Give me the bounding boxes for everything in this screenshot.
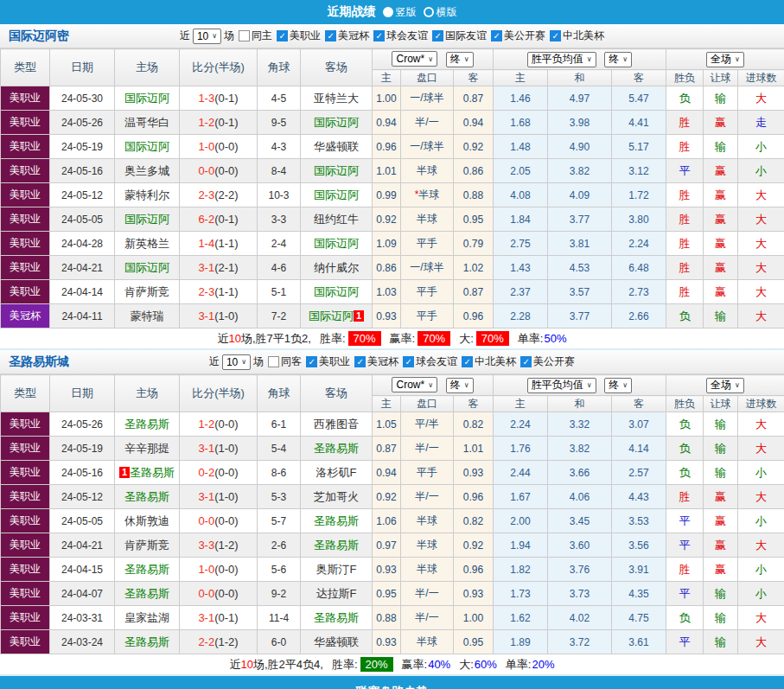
result-goals: 大 (738, 304, 784, 329)
team-name-text: 新英格兰 (124, 237, 169, 250)
fulltime-select[interactable]: 全场∨ (706, 52, 744, 67)
league-filter[interactable]: ✓中北美杯 (462, 354, 516, 369)
result-wdl: 负 (666, 304, 704, 329)
away-team[interactable]: 华盛顿联 (301, 135, 373, 159)
league-filter[interactable]: ✓美公开赛 (491, 29, 545, 43)
team-name-text: 温哥华白 (124, 116, 169, 129)
handicap-line: 半球 (401, 558, 454, 582)
same-venue-filter[interactable]: 同主 (239, 29, 272, 43)
home-team[interactable]: 肯萨斯竞 (115, 533, 180, 558)
radio-unselected-icon (424, 7, 434, 17)
chevron-down-icon: ∨ (428, 381, 433, 389)
handicap-line: 半球 (401, 207, 454, 232)
home-team[interactable]: 圣路易斯 (115, 412, 180, 437)
result-goals: 小 (738, 159, 784, 183)
away-team[interactable]: 亚特兰大 (301, 86, 373, 111)
odds-company-select[interactable]: Crow*∨ (392, 51, 437, 67)
checkbox-checked-icon: ✓ (432, 30, 443, 41)
avg-select[interactable]: 胜平负均值∨ (527, 52, 596, 67)
home-team[interactable]: 国际迈阿 (115, 207, 180, 232)
avg-time-select[interactable]: 终∨ (604, 52, 632, 67)
away-team[interactable]: 洛杉矶F (301, 461, 373, 485)
summary-stat-value: 70% (417, 331, 450, 346)
away-team[interactable]: 国际迈阿 (301, 159, 373, 183)
col-date: 日期 (50, 49, 115, 86)
league-filter[interactable]: ✓球会友谊 (373, 29, 428, 43)
summary-stat-value: 20% (532, 658, 554, 671)
same-venue-filter[interactable]: 同客 (268, 354, 302, 369)
away-team[interactable]: 国际迈阿1 (301, 304, 373, 329)
team-name-text: 国际迈阿 (124, 92, 169, 105)
home-team[interactable]: 皇家盐湖 (115, 606, 180, 630)
away-team[interactable]: 奥斯汀F (301, 558, 373, 582)
league-filter[interactable]: ✓美冠杯 (325, 29, 369, 43)
away-team[interactable]: 纳什威尔 (301, 256, 373, 280)
away-team[interactable]: 圣路易斯 (301, 606, 373, 630)
away-team[interactable]: 国际迈阿 (301, 111, 373, 135)
league-filter[interactable]: ✓美公开赛 (520, 354, 575, 369)
away-team[interactable]: 纽约红牛 (301, 207, 373, 232)
away-team[interactable]: 华盛顿联 (301, 630, 373, 654)
score-halftime: (0-1) (214, 213, 238, 226)
away-team[interactable]: 国际迈阿 (301, 232, 373, 256)
chevron-down-icon: ∨ (241, 358, 246, 366)
home-team[interactable]: 圣路易斯 (115, 630, 180, 654)
away-team[interactable]: 圣路易斯 (301, 533, 373, 558)
match-count-select[interactable]: 10 ∨ (193, 29, 221, 44)
home-team[interactable]: 圣路易斯 (115, 485, 180, 509)
avg-time-select[interactable]: 终∨ (604, 378, 632, 393)
league-filter[interactable]: ✓球会友谊 (403, 354, 457, 369)
home-team[interactable]: 蒙特瑞 (115, 304, 180, 329)
match-count-select[interactable]: 10 ∨ (222, 354, 251, 370)
away-team[interactable]: 芝加哥火 (301, 485, 373, 509)
away-team[interactable]: 国际迈阿 (301, 183, 373, 207)
home-team[interactable]: 辛辛那提 (115, 437, 180, 461)
league-filter[interactable]: ✓中北美杯 (550, 29, 604, 43)
avg-home: 2.37 (494, 280, 548, 304)
layout-horizontal-option[interactable]: 横版 (424, 5, 457, 20)
home-team[interactable]: 国际迈阿 (115, 86, 180, 111)
result-goals: 小 (738, 135, 784, 159)
odds-time-select[interactable]: 终∨ (446, 378, 474, 393)
league-filter[interactable]: ✓美职业 (306, 354, 350, 369)
league-filter[interactable]: ✓美冠杯 (354, 354, 398, 369)
home-team[interactable]: 新英格兰 (115, 232, 180, 256)
red-card-badge: 1 (119, 467, 130, 478)
handicap-line: 半/一 (401, 111, 454, 135)
avg-select[interactable]: 胜平负均值∨ (527, 378, 596, 393)
home-team[interactable]: 蒙特利尔 (115, 183, 180, 207)
home-team[interactable]: 肯萨斯竞 (115, 280, 180, 304)
team-name-text: 奥兰多城 (124, 164, 169, 177)
result-handicap: 赢 (704, 533, 738, 558)
match-table: 类型 日期 主场 比分(半场) 角球 客场 Crow*∨ 终∨ 胜平负均值∨ 终… (0, 374, 784, 654)
away-team[interactable]: 圣路易斯 (301, 437, 373, 461)
home-team[interactable]: 1圣路易斯 (115, 461, 180, 485)
league-filter[interactable]: ✓国际友谊 (432, 29, 487, 43)
home-team[interactable]: 休斯敦迪 (115, 509, 180, 533)
match-date: 24-05-05 (50, 207, 115, 232)
match-type: 美冠杯 (1, 304, 50, 329)
filters: 近 10 ∨ 场 同客 ✓美职业✓美冠杯✓球会友谊✓中北美杯✓美公开赛 (0, 354, 784, 370)
result-handicap: 输 (704, 86, 738, 111)
result-wdl: 胜 (666, 558, 704, 582)
away-team[interactable]: 圣路易斯 (301, 509, 373, 533)
home-team[interactable]: 国际迈阿 (115, 256, 180, 280)
handicap-line: 一/球半 (401, 86, 454, 111)
team-name-text: 纽约红牛 (314, 213, 359, 226)
league-filter[interactable]: ✓美职业 (277, 29, 321, 43)
odds-company-select[interactable]: Crow*∨ (392, 377, 437, 392)
away-team[interactable]: 西雅图音 (301, 412, 373, 437)
home-team[interactable]: 圣路易斯 (115, 558, 180, 582)
layout-vertical-option[interactable]: 竖版 (383, 5, 417, 20)
summary-stat-label: 胜率: (320, 332, 346, 345)
away-team[interactable]: 国际迈阿 (301, 280, 373, 304)
summary-line: 近10场,胜2平4负4, 胜率:20%赢率:40%大:60%单率:20% (0, 654, 784, 676)
home-team[interactable]: 国际迈阿 (115, 135, 180, 159)
odds-time-select[interactable]: 终∨ (446, 52, 474, 67)
fulltime-select[interactable]: 全场∨ (706, 378, 744, 393)
home-team[interactable]: 圣路易斯 (115, 582, 180, 606)
match-row: 美职业 24-05-30 国际迈阿 1-3(0-1) 4-5 亚特兰大 1.00… (1, 86, 784, 111)
away-team[interactable]: 达拉斯F (301, 582, 373, 606)
home-team[interactable]: 温哥华白 (115, 111, 180, 135)
home-team[interactable]: 奥兰多城 (115, 159, 180, 183)
